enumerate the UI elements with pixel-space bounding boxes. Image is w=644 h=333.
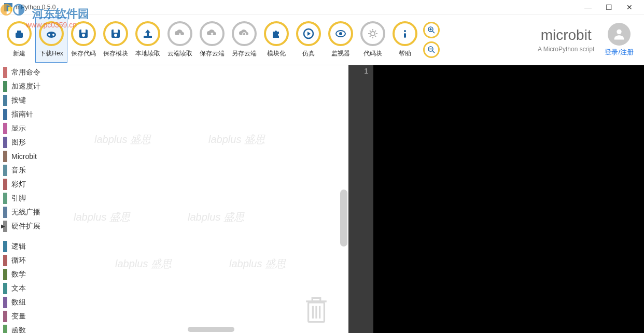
svg-point-27	[617, 29, 622, 34]
category-label: 引脚	[11, 194, 26, 203]
upload-icon	[135, 21, 160, 46]
brand-area: microbit A MicroPython script	[538, 27, 605, 53]
save-icon	[71, 21, 96, 46]
svg-rect-11	[114, 30, 118, 33]
editor-content[interactable]	[373, 65, 644, 333]
main-toolbar: 新建下载Hex保存代码保存模块本地读取云端读取保存云端另存云端模块化仿真监视器代…	[0, 15, 644, 65]
category-item[interactable]: 常用命令	[0, 65, 53, 79]
code-editor[interactable]: 1	[348, 65, 644, 333]
svg-point-6	[52, 34, 54, 36]
toolbar-label: 仿真	[302, 49, 315, 58]
gear-icon	[360, 21, 385, 46]
category-item[interactable]: 加速度计	[0, 79, 53, 93]
category-item[interactable]: 音乐	[0, 163, 53, 177]
cloud-load-button[interactable]: 云端读取	[164, 17, 196, 63]
svg-point-5	[48, 34, 50, 36]
svg-point-12	[114, 34, 117, 37]
new-button[interactable]: 新建	[3, 17, 35, 63]
svg-rect-1	[8, 7, 12, 11]
category-label: 加速度计	[11, 82, 40, 91]
zoom-out-icon	[427, 45, 436, 54]
trash-icon[interactable]	[305, 296, 328, 324]
category-label: 文本	[11, 284, 26, 293]
svg-point-4	[47, 32, 56, 38]
cloud-link-icon	[232, 21, 257, 46]
brand-title: microbit	[538, 27, 594, 44]
svg-rect-8	[81, 30, 86, 33]
blockify-button[interactable]: 模块化	[260, 17, 292, 63]
canvas-watermark: labplus 盛思	[229, 257, 286, 271]
save-block-button[interactable]: 保存模块	[100, 17, 132, 63]
toolbar-label: 保存代码	[71, 49, 96, 58]
window-title: mPython 0.5.0	[16, 4, 578, 11]
maximize-button[interactable]: ☐	[598, 1, 619, 14]
simulate-button[interactable]: 仿真	[292, 17, 325, 63]
saveas-cloud-button[interactable]: 另存云端	[228, 17, 260, 63]
category-item[interactable]: 图形	[0, 135, 53, 149]
line-number: 1	[348, 67, 368, 75]
category-label: 函数	[11, 326, 26, 334]
svg-rect-3	[17, 31, 21, 33]
avatar[interactable]	[608, 23, 631, 46]
category-item[interactable]: 数学	[0, 267, 53, 281]
category-label: 循环	[11, 256, 26, 265]
monitor-button[interactable]: 监视器	[325, 17, 357, 63]
play-icon	[296, 21, 321, 46]
category-item[interactable]: 指南针	[0, 107, 53, 121]
category-item[interactable]: 显示	[0, 121, 53, 135]
canvas-vscrollbar[interactable]	[340, 190, 347, 247]
canvas-watermark: labplus 盛思	[208, 133, 265, 147]
toolbar-label: 监视器	[331, 49, 350, 58]
svg-point-17	[371, 32, 375, 36]
save-icon	[103, 21, 128, 46]
category-label: 无线广播	[11, 208, 40, 217]
category-item[interactable]: 函数	[0, 323, 53, 333]
category-item[interactable]: 无线广播	[0, 205, 53, 219]
category-label: 逻辑	[11, 242, 26, 251]
blocks-canvas[interactable]: labplus 盛思 labplus 盛思 labplus 盛思 labplus…	[53, 65, 348, 333]
codeblock-button[interactable]: 代码块	[357, 17, 389, 63]
category-item[interactable]: 逻辑	[0, 239, 53, 253]
category-label: 数组	[11, 298, 26, 307]
category-item[interactable]: 变量	[0, 309, 53, 323]
category-item[interactable]: 按键	[0, 93, 53, 107]
download-hex-button[interactable]: 下载Hex	[35, 17, 67, 63]
category-item[interactable]: Microbit	[0, 149, 53, 163]
toolbar-label: 云端读取	[167, 49, 192, 58]
category-label: 变量	[11, 312, 26, 321]
canvas-hscrollbar[interactable]	[188, 327, 234, 332]
zoom-in-button[interactable]	[423, 22, 440, 38]
category-item[interactable]: 循环	[0, 253, 53, 267]
category-label: 图形	[11, 138, 26, 147]
canvas-watermark: labplus 盛思	[74, 210, 130, 224]
category-label: 彩灯	[11, 180, 26, 189]
svg-rect-30	[312, 298, 320, 301]
category-label: 音乐	[11, 166, 26, 175]
save-cloud-button[interactable]: 保存云端	[196, 17, 228, 63]
category-item[interactable]: 数组	[0, 295, 53, 309]
user-icon	[612, 27, 626, 41]
save-code-button[interactable]: 保存代码	[67, 17, 100, 63]
minimize-button[interactable]: —	[578, 1, 598, 14]
download-icon	[39, 21, 64, 46]
category-item[interactable]: 文本	[0, 281, 53, 295]
toolbar-label: 模块化	[267, 49, 286, 58]
local-load-button[interactable]: 本地读取	[132, 17, 164, 63]
category-label: 按键	[11, 96, 26, 105]
svg-rect-2	[16, 33, 23, 38]
toolbar-label: 本地读取	[135, 49, 160, 58]
new-icon	[7, 21, 32, 46]
category-label: 显示	[11, 124, 26, 133]
login-link[interactable]: 登录/注册	[605, 48, 634, 57]
cloud-down-icon	[167, 21, 192, 46]
category-item[interactable]: 引脚	[0, 191, 53, 205]
toolbar-label: 保存云端	[200, 49, 225, 58]
close-button[interactable]: ✕	[619, 1, 640, 14]
category-item[interactable]: ▶硬件扩展	[0, 219, 53, 233]
cloud-up-icon	[200, 21, 225, 46]
zoom-out-button[interactable]	[423, 41, 440, 58]
category-item[interactable]: 彩灯	[0, 177, 53, 191]
help-button[interactable]: 帮助	[389, 17, 421, 63]
toolbar-label: 代码块	[363, 49, 382, 58]
category-sidebar: 常用命令加速度计按键指南针显示图形Microbit音乐彩灯引脚无线广播▶硬件扩展…	[0, 65, 53, 333]
